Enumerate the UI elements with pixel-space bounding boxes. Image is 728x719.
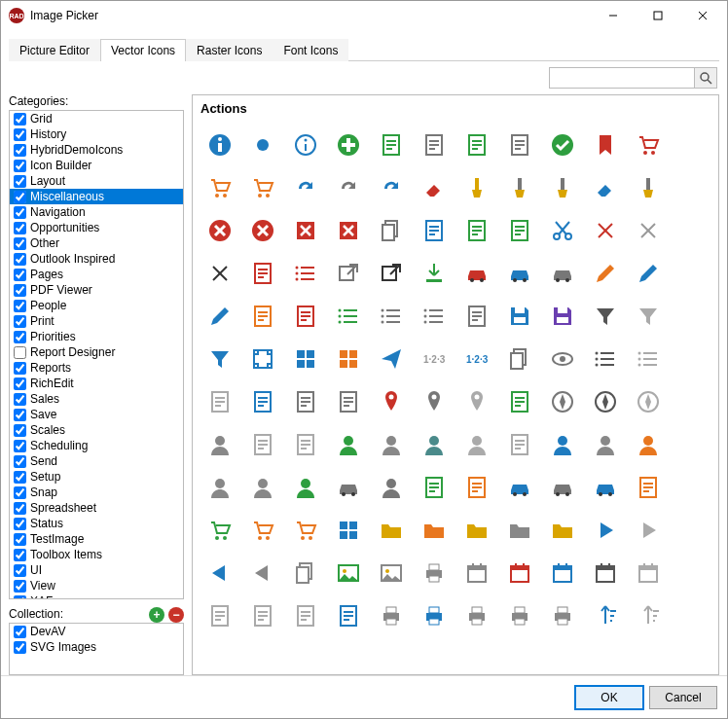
category-checkbox[interactable] bbox=[14, 377, 26, 390]
cart-orange[interactable] bbox=[200, 168, 239, 207]
category-item[interactable]: Opportunities bbox=[10, 220, 183, 235]
category-item[interactable]: History bbox=[10, 126, 183, 142]
category-checkbox[interactable] bbox=[14, 315, 26, 328]
category-checkbox[interactable] bbox=[14, 206, 26, 219]
bookmark-red[interactable] bbox=[586, 126, 625, 164]
send-plane-blue[interactable] bbox=[372, 340, 411, 378]
calendar-blue[interactable] bbox=[543, 554, 582, 593]
category-item[interactable]: Icon Builder bbox=[10, 158, 183, 173]
file-outline[interactable] bbox=[286, 425, 325, 464]
import-arrow[interactable] bbox=[457, 297, 496, 336]
cart-red[interactable] bbox=[629, 126, 668, 164]
category-checkbox[interactable] bbox=[14, 393, 26, 406]
category-item[interactable]: Outlook Inspired bbox=[10, 251, 183, 267]
doc-lines[interactable] bbox=[200, 596, 239, 635]
sort-up-blue[interactable] bbox=[586, 596, 625, 635]
category-item[interactable]: Send bbox=[10, 453, 183, 469]
layout-copy[interactable] bbox=[500, 340, 539, 378]
category-item[interactable]: Reports bbox=[10, 360, 183, 376]
media-add-green[interactable] bbox=[415, 468, 454, 507]
cart-add-green[interactable] bbox=[200, 511, 239, 550]
maximize-button[interactable] bbox=[636, 1, 680, 30]
category-item[interactable]: HybridDemoIcons bbox=[10, 142, 183, 158]
category-checkbox[interactable] bbox=[14, 409, 26, 421]
category-item[interactable]: People bbox=[10, 298, 183, 313]
category-item[interactable]: Print bbox=[10, 313, 183, 329]
category-checkbox[interactable] bbox=[14, 269, 26, 281]
compass-outline[interactable] bbox=[543, 382, 582, 421]
close-square-red[interactable] bbox=[329, 211, 368, 250]
user-star-gray[interactable] bbox=[586, 425, 625, 464]
doc-lines-3[interactable] bbox=[286, 596, 325, 635]
close-x-gray[interactable] bbox=[629, 211, 668, 250]
list-bullets[interactable] bbox=[586, 340, 625, 378]
category-checkbox[interactable] bbox=[14, 222, 26, 234]
category-checkbox[interactable] bbox=[14, 191, 26, 203]
percent-brush[interactable] bbox=[500, 168, 539, 207]
file-delete-red[interactable] bbox=[243, 254, 282, 293]
category-checkbox[interactable] bbox=[14, 284, 26, 297]
close-circle-red-2[interactable] bbox=[243, 211, 282, 250]
doc-zoom-blue[interactable] bbox=[329, 596, 368, 635]
pencil-blue[interactable] bbox=[629, 254, 668, 293]
search-input[interactable] bbox=[549, 67, 695, 89]
user-add-green[interactable] bbox=[329, 425, 368, 464]
save-disk-purple[interactable] bbox=[543, 297, 582, 336]
collection-checkbox[interactable] bbox=[14, 626, 26, 638]
printer-small-3[interactable] bbox=[500, 596, 539, 635]
sort-up-gray[interactable] bbox=[629, 596, 668, 635]
triangle-left-gray[interactable] bbox=[243, 554, 282, 593]
folder-open-yellow[interactable] bbox=[372, 511, 411, 550]
car-gray[interactable] bbox=[543, 254, 582, 293]
category-item[interactable]: Scales bbox=[10, 422, 183, 438]
category-item[interactable]: Toolbox Items bbox=[10, 547, 183, 562]
category-item[interactable]: Miscellaneous bbox=[10, 189, 183, 204]
minimize-button[interactable] bbox=[591, 1, 636, 30]
window-new-orange[interactable] bbox=[629, 468, 668, 507]
collection-item[interactable]: DevAV bbox=[10, 624, 183, 639]
play-gray[interactable] bbox=[629, 511, 668, 550]
category-checkbox[interactable] bbox=[14, 362, 26, 375]
collection-list[interactable]: DevAVSVG Images bbox=[9, 623, 184, 675]
users-gray[interactable] bbox=[200, 468, 239, 507]
tag-white-green[interactable] bbox=[500, 211, 539, 250]
filter-blue[interactable] bbox=[200, 340, 239, 378]
category-item[interactable]: UI bbox=[10, 562, 183, 578]
folder-open-orange[interactable] bbox=[415, 511, 454, 550]
category-item[interactable]: Navigation bbox=[10, 204, 183, 220]
chart-new-orange[interactable] bbox=[457, 468, 496, 507]
calendar-gray[interactable] bbox=[457, 554, 496, 593]
file-add-gray[interactable] bbox=[500, 126, 539, 164]
tab-raster-icons[interactable]: Raster Icons bbox=[186, 39, 273, 61]
image-green[interactable] bbox=[329, 554, 368, 593]
user-new-gray[interactable] bbox=[372, 425, 411, 464]
add-circle-green[interactable] bbox=[329, 126, 368, 164]
category-item[interactable]: Other bbox=[10, 235, 183, 251]
category-item[interactable]: TestImage bbox=[10, 531, 183, 547]
outdent-list[interactable] bbox=[415, 297, 454, 336]
icon-grid[interactable]: 1·2·31·2·3 bbox=[193, 122, 718, 674]
mail-add-blue[interactable] bbox=[243, 382, 282, 421]
category-checkbox[interactable] bbox=[14, 533, 26, 546]
info-dot-blue[interactable] bbox=[243, 126, 282, 164]
category-item[interactable]: Pages bbox=[10, 267, 183, 282]
printer-gray[interactable] bbox=[415, 554, 454, 593]
delete-list-red[interactable] bbox=[286, 254, 325, 293]
category-item[interactable]: Scheduling bbox=[10, 438, 183, 453]
tab-picture-editor[interactable]: Picture Editor bbox=[9, 39, 100, 61]
user-card[interactable] bbox=[329, 468, 368, 507]
category-checkbox[interactable] bbox=[14, 175, 26, 188]
category-item[interactable]: Layout bbox=[10, 173, 183, 189]
close-x-black[interactable] bbox=[200, 254, 239, 293]
info-circle-outline-blue[interactable] bbox=[286, 126, 325, 164]
category-checkbox[interactable] bbox=[14, 346, 26, 359]
user-sparkle[interactable] bbox=[243, 468, 282, 507]
category-checkbox[interactable] bbox=[14, 455, 26, 468]
car-red[interactable] bbox=[457, 254, 496, 293]
external-link-small[interactable] bbox=[372, 254, 411, 293]
printer-small-1[interactable] bbox=[372, 596, 411, 635]
category-checkbox[interactable] bbox=[14, 144, 26, 157]
eraser-red[interactable] bbox=[415, 168, 454, 207]
pin-outline[interactable] bbox=[457, 382, 496, 421]
add-column-green[interactable] bbox=[372, 126, 411, 164]
